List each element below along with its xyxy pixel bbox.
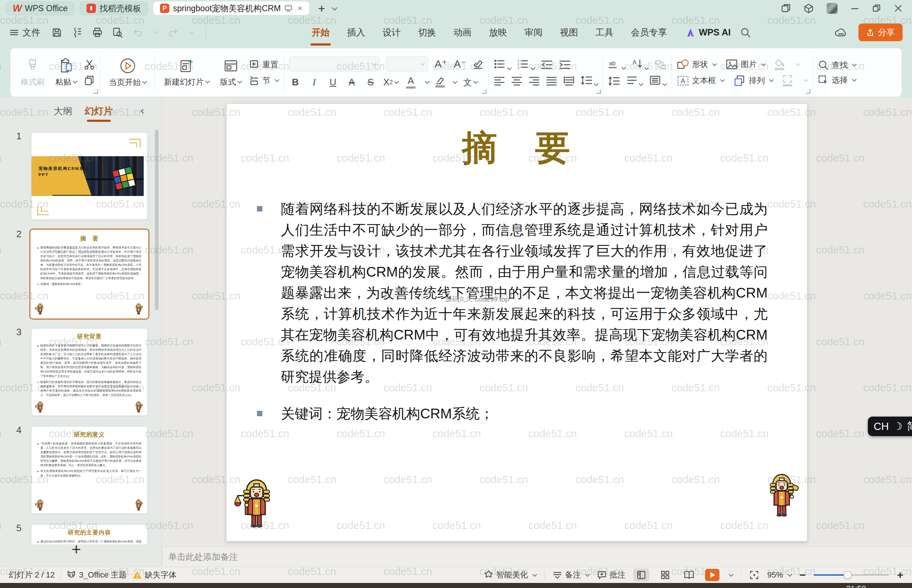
phonetic-guide-button[interactable]: 文 (463, 77, 477, 88)
paste-button[interactable]: 粘贴 (52, 57, 80, 89)
slide-body[interactable]: 随着网络科技的不断发展以及人们经济水平的逐步提高，网络技术如今已成为人们生活中不… (281, 199, 768, 424)
align-left-icon[interactable] (494, 76, 505, 86)
workspace-icon[interactable] (781, 3, 791, 13)
picture-button[interactable]: 图片 (726, 58, 765, 70)
fill-color-chevron-icon[interactable] (795, 61, 800, 66)
slide-title[interactable]: 摘 要 (227, 125, 807, 172)
decrease-font-button[interactable]: A⁻ (454, 58, 467, 70)
paragraph-dialog-launcher-icon[interactable] (596, 89, 601, 94)
new-tab-button[interactable]: + (318, 2, 326, 16)
save-icon[interactable] (52, 27, 62, 38)
tab-docer-templates[interactable]: 找稻壳模板 (79, 2, 148, 15)
menu-item-4[interactable]: 动画 (445, 22, 480, 44)
section-button[interactable]: 节 (249, 75, 279, 86)
zoom-level[interactable]: 95% (767, 570, 792, 580)
missing-font-warning[interactable]: 缺失字体 (133, 570, 177, 580)
bold-button[interactable]: B (289, 77, 301, 88)
menu-item-3[interactable]: 切换 (409, 22, 445, 44)
slide-thumbnail-4[interactable]: 研究的意义“互联网+”的高速发展，使得我国的国际影响力显著增强，不仅使得经济得到… (31, 427, 147, 514)
zoom-out-button[interactable]: − (799, 569, 806, 581)
menu-item-2[interactable]: 设计 (374, 22, 409, 44)
slide-thumbnail-5[interactable]: 研究的主要内容通过对知识内容的学习研究，进而设计并实现一个宠物美容机构CRM系统… (31, 525, 147, 544)
play-from-current-button[interactable]: 当页开始 (105, 56, 150, 89)
line-spacing-button[interactable] (581, 75, 598, 87)
minimize-icon[interactable] (850, 4, 859, 13)
format-painter-button[interactable]: 格式刷 (17, 57, 48, 89)
textbox-button[interactable]: A 文本框 (677, 75, 724, 86)
zoom-slider-handle[interactable] (844, 571, 852, 579)
theme-button[interactable]: 3_Office 主题 (66, 570, 127, 580)
redo-chevron-icon[interactable] (189, 29, 194, 34)
redo-icon[interactable] (168, 27, 178, 38)
print-preview-icon[interactable] (112, 27, 123, 38)
arrange-button[interactable]: 排列 (734, 75, 773, 86)
slide-thumbnail-2[interactable]: 摘 要随着网络科技的不断发展以及人们经济水平的逐步提高，网络技术如今已成为人们生… (31, 231, 147, 318)
cut-icon[interactable] (84, 59, 95, 70)
zoom-in-button[interactable]: + (897, 569, 903, 581)
font-name-select[interactable] (289, 57, 380, 72)
fill-color-button[interactable] (774, 59, 785, 70)
tab-outline[interactable]: 大纲 (53, 105, 72, 118)
strikethrough-char-button[interactable]: A (346, 77, 358, 88)
convert-smartart-icon[interactable] (655, 59, 666, 70)
shapes-button[interactable]: 形状 (677, 58, 716, 70)
slide-layout-button[interactable]: 版式 (216, 57, 245, 89)
share-button[interactable]: 分享 (859, 24, 902, 41)
3d-cube-icon[interactable] (804, 3, 813, 13)
menu-item-7[interactable]: 视图 (551, 22, 586, 44)
collapse-panel-icon[interactable]: ‹ (141, 104, 144, 116)
menu-item-0[interactable]: 开始 (303, 22, 339, 44)
superscript-button[interactable]: X2 (383, 77, 398, 88)
decrease-indent-icon[interactable] (541, 59, 552, 70)
file-menu[interactable]: 文件 (10, 26, 40, 38)
font-color-chevron-icon[interactable] (425, 79, 429, 84)
user-avatar[interactable] (826, 3, 837, 14)
increase-indent-icon[interactable] (559, 59, 571, 70)
increase-font-button[interactable]: A⁺ (435, 58, 447, 70)
new-slide-button[interactable]: 新建幻灯片 (160, 57, 213, 89)
notes-panel[interactable]: 单击此处添加备注 (162, 546, 912, 567)
align-right-icon[interactable] (529, 76, 539, 86)
paragraph-spacing-icon[interactable] (608, 76, 620, 86)
tab-presentation-active[interactable]: P springboot宠物美容机构CRM × (153, 2, 309, 15)
menu-item-1[interactable]: 插入 (339, 22, 374, 44)
frame-chevron-icon[interactable] (803, 78, 808, 82)
frame-button[interactable] (782, 74, 792, 86)
ime-indicator[interactable]: CH ☽ 简 (868, 417, 912, 436)
comment-button[interactable]: 批注 (597, 570, 625, 580)
clipboard-dialog-launcher-icon[interactable] (93, 89, 98, 94)
slideshow-play-button[interactable] (705, 569, 719, 581)
print-icon[interactable] (92, 27, 103, 38)
justify-icon[interactable] (546, 76, 557, 86)
text-spacing-button[interactable] (627, 75, 643, 87)
restore-icon[interactable] (872, 4, 881, 13)
menu-item-5[interactable]: 放映 (480, 22, 516, 44)
slide-paragraph[interactable]: 随着网络科技的不断发展以及人们经济水平的逐步提高，网络技术如今已成为人们生活中不… (281, 199, 768, 387)
insert-dialog-launcher-icon[interactable] (806, 89, 810, 94)
search-icon[interactable] (740, 27, 751, 38)
slide-thumbnail-1[interactable]: 宠物美容机构CRM系统PPT (31, 133, 147, 220)
align-center-icon[interactable] (511, 76, 522, 86)
smart-beautify-button[interactable]: 智能美化 (484, 570, 536, 580)
play-options-chevron-icon[interactable] (729, 572, 734, 577)
menu-item-9[interactable]: 会员专享 (622, 22, 675, 44)
output-pdf-icon[interactable] (72, 27, 83, 38)
strikethrough-button[interactable]: S (364, 77, 377, 88)
italic-button[interactable]: I (308, 77, 320, 88)
text-direction-button[interactable]: ab (608, 59, 625, 71)
select-button[interactable]: 选择 (818, 75, 856, 86)
numbered-list-button[interactable]: 123 (518, 58, 535, 71)
tab-wps-office[interactable]: W WPS Office (6, 2, 75, 15)
reading-view-button[interactable] (681, 569, 697, 582)
font-color-button[interactable]: A (405, 76, 417, 89)
reset-button[interactable]: 重置 (249, 59, 279, 70)
vertical-text-button[interactable]: A (632, 58, 648, 71)
font-size-select[interactable] (386, 57, 428, 72)
text-box-columns-button[interactable] (649, 75, 666, 87)
find-button[interactable]: 查找 (818, 60, 856, 71)
notes-toggle-button[interactable]: 备注 (552, 570, 589, 580)
clear-format-icon[interactable] (473, 58, 483, 69)
tab-list-chevron-icon[interactable] (332, 5, 337, 10)
font-dialog-launcher-icon[interactable] (482, 89, 486, 94)
cloud-sync-icon[interactable] (834, 27, 847, 38)
